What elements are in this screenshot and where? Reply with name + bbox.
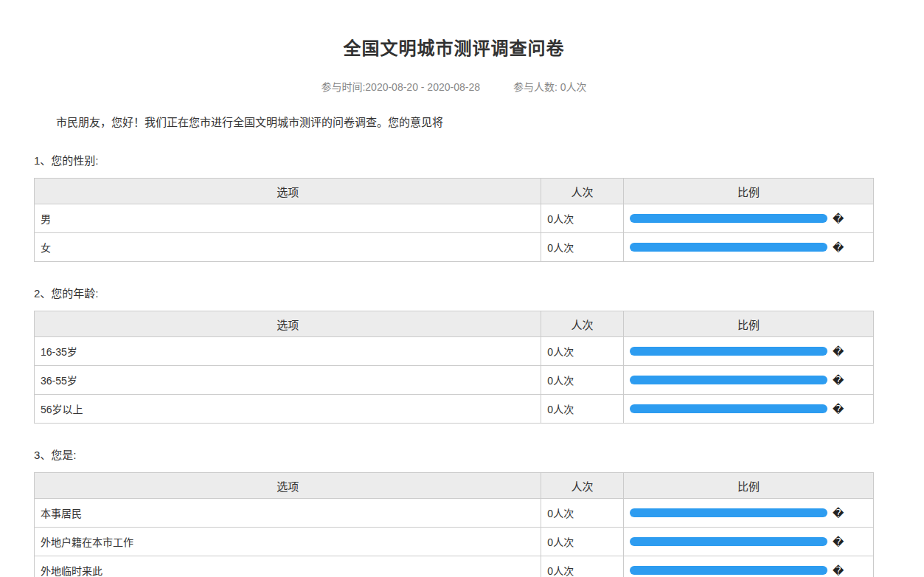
question-label: 3、您是: xyxy=(34,446,874,462)
table-row: 男 0人次 � xyxy=(35,204,874,233)
ratio-value-glyph: � xyxy=(833,375,844,386)
table-row: 外地临时来此 0人次 � xyxy=(35,556,874,577)
ratio-value-glyph: � xyxy=(833,565,844,576)
column-header-ratio: 比例 xyxy=(623,473,873,499)
column-header-option: 选项 xyxy=(35,311,541,337)
table-row: 56岁以上 0人次 � xyxy=(35,395,874,424)
table-row: 36-55岁 0人次 � xyxy=(35,366,874,395)
ratio-progress-bar xyxy=(630,347,827,356)
ratio-cell: � xyxy=(623,204,873,233)
option-cell: 外地户籍在本市工作 xyxy=(35,528,541,556)
survey-results-page: 全国文明城市测评调查问卷 参与时间:2020-08-20 - 2020-08-2… xyxy=(34,34,874,577)
count-cell: 0人次 xyxy=(541,337,624,366)
ratio-value-glyph: � xyxy=(833,213,844,224)
survey-meta: 参与时间:2020-08-20 - 2020-08-28 参与人数: 0人次 xyxy=(34,79,874,94)
option-cell: 男 xyxy=(35,204,541,233)
ratio-value-glyph: � xyxy=(833,242,844,253)
table-row: 本事居民 0人次 � xyxy=(35,499,874,528)
count-cell: 0人次 xyxy=(541,556,624,577)
ratio-wrap: � xyxy=(630,565,873,576)
ratio-cell: � xyxy=(623,337,873,366)
option-cell: 女 xyxy=(35,233,541,262)
question-section: 2、您的年龄: 选项 人次 比例 16-35岁 0人次 � 36-55岁 xyxy=(34,285,874,424)
column-header-ratio: 比例 xyxy=(623,179,873,204)
count-cell: 0人次 xyxy=(541,366,624,395)
ratio-wrap: � xyxy=(630,404,873,415)
results-table: 选项 人次 比例 16-35岁 0人次 � 36-55岁 0人次 � 56岁 xyxy=(34,311,874,424)
option-cell: 16-35岁 xyxy=(35,337,541,366)
question-label: 2、您的年龄: xyxy=(34,285,874,300)
ratio-value-glyph: � xyxy=(833,536,844,547)
questions-list: 1、您的性别: 选项 人次 比例 男 0人次 � 女 0人次 xyxy=(34,152,874,577)
column-header-option: 选项 xyxy=(35,473,541,499)
count-cell: 0人次 xyxy=(541,204,624,233)
table-row: 外地户籍在本市工作 0人次 � xyxy=(35,528,874,556)
ratio-progress-bar xyxy=(630,243,827,252)
table-body: 16-35岁 0人次 � 36-55岁 0人次 � 56岁以上 0人次 � xyxy=(35,337,874,424)
question-label: 1、您的性别: xyxy=(34,152,874,167)
ratio-value-glyph: � xyxy=(833,404,844,415)
table-header-row: 选项 人次 比例 xyxy=(35,311,874,337)
option-cell: 本事居民 xyxy=(35,499,541,528)
column-header-count: 人次 xyxy=(541,179,624,204)
ratio-value-glyph: � xyxy=(833,508,844,519)
table-header-row: 选项 人次 比例 xyxy=(35,473,874,499)
column-header-ratio: 比例 xyxy=(623,311,873,337)
results-table: 选项 人次 比例 男 0人次 � 女 0人次 � xyxy=(34,178,874,262)
column-header-count: 人次 xyxy=(541,473,624,499)
ratio-cell: � xyxy=(623,233,873,262)
ratio-wrap: � xyxy=(630,508,873,519)
ratio-cell: � xyxy=(623,395,873,424)
option-cell: 56岁以上 xyxy=(35,395,541,424)
count-cell: 0人次 xyxy=(541,528,624,556)
ratio-cell: � xyxy=(623,366,873,395)
count-cell: 0人次 xyxy=(541,233,624,262)
ratio-progress-bar xyxy=(630,404,827,413)
ratio-progress-bar xyxy=(630,508,827,517)
count-cell: 0人次 xyxy=(541,499,624,528)
ratio-progress-bar xyxy=(630,537,827,546)
survey-intro: 市民朋友，您好！我们正在您市进行全国文明城市测评的问卷调查。您的意见将 xyxy=(34,116,874,129)
participation-time: 参与时间:2020-08-20 - 2020-08-28 xyxy=(321,79,480,94)
question-section: 1、您的性别: 选项 人次 比例 男 0人次 � 女 0人次 xyxy=(34,152,874,262)
column-header-option: 选项 xyxy=(35,179,541,204)
option-cell: 外地临时来此 xyxy=(35,556,541,577)
results-table: 选项 人次 比例 本事居民 0人次 � 外地户籍在本市工作 0人次 � 外地 xyxy=(34,472,874,577)
table-body: 本事居民 0人次 � 外地户籍在本市工作 0人次 � 外地临时来此 0人次 � xyxy=(35,499,874,577)
ratio-wrap: � xyxy=(630,242,873,253)
table-body: 男 0人次 � 女 0人次 � xyxy=(35,204,874,262)
participation-count: 参与人数: 0人次 xyxy=(513,79,587,94)
option-cell: 36-55岁 xyxy=(35,366,541,395)
ratio-cell: � xyxy=(623,528,873,556)
page-title: 全国文明城市测评调查问卷 xyxy=(34,34,874,60)
table-row: 16-35岁 0人次 � xyxy=(35,337,874,366)
table-row: 女 0人次 � xyxy=(35,233,874,262)
ratio-progress-bar xyxy=(630,214,827,223)
count-cell: 0人次 xyxy=(541,395,624,424)
question-section: 3、您是: 选项 人次 比例 本事居民 0人次 � 外地户籍在本市工作 xyxy=(34,446,874,577)
table-header-row: 选项 人次 比例 xyxy=(35,179,874,204)
ratio-wrap: � xyxy=(630,213,873,224)
ratio-wrap: � xyxy=(630,536,873,547)
ratio-value-glyph: � xyxy=(833,346,844,357)
column-header-count: 人次 xyxy=(541,311,624,337)
ratio-progress-bar xyxy=(630,376,827,384)
ratio-cell: � xyxy=(623,556,873,577)
ratio-progress-bar xyxy=(630,566,827,575)
ratio-wrap: � xyxy=(630,346,873,357)
ratio-wrap: � xyxy=(630,375,873,386)
ratio-cell: � xyxy=(623,499,873,528)
